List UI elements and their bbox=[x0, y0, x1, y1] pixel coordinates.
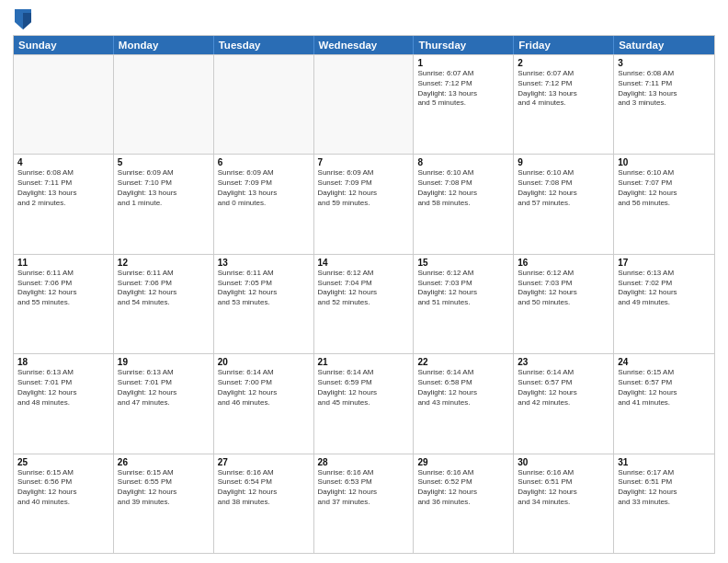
cal-header-thursday: Thursday bbox=[414, 36, 514, 54]
day-info: Sunrise: 6:17 AM Sunset: 6:51 PM Dayligh… bbox=[618, 468, 711, 508]
day-number: 18 bbox=[17, 357, 109, 367]
cal-cell: 19Sunrise: 6:13 AM Sunset: 7:01 PM Dayli… bbox=[114, 354, 214, 453]
cal-cell: 20Sunrise: 6:14 AM Sunset: 7:00 PM Dayli… bbox=[214, 354, 314, 453]
page: SundayMondayTuesdayWednesdayThursdayFrid… bbox=[0, 0, 728, 563]
cal-cell: 9Sunrise: 6:10 AM Sunset: 7:08 PM Daylig… bbox=[514, 155, 614, 253]
day-info: Sunrise: 6:14 AM Sunset: 6:58 PM Dayligh… bbox=[417, 368, 509, 408]
day-info: Sunrise: 6:14 AM Sunset: 6:57 PM Dayligh… bbox=[518, 368, 609, 408]
cal-cell: 24Sunrise: 6:15 AM Sunset: 6:57 PM Dayli… bbox=[614, 354, 714, 453]
calendar-header: SundayMondayTuesdayWednesdayThursdayFrid… bbox=[14, 36, 714, 54]
day-number: 11 bbox=[17, 258, 109, 268]
day-number: 23 bbox=[518, 357, 609, 367]
day-info: Sunrise: 6:14 AM Sunset: 7:00 PM Dayligh… bbox=[218, 368, 310, 408]
day-number: 28 bbox=[318, 457, 410, 467]
day-info: Sunrise: 6:08 AM Sunset: 7:11 PM Dayligh… bbox=[17, 168, 109, 208]
day-number: 12 bbox=[118, 258, 210, 268]
day-info: Sunrise: 6:11 AM Sunset: 7:06 PM Dayligh… bbox=[118, 269, 210, 308]
day-info: Sunrise: 6:09 AM Sunset: 7:10 PM Dayligh… bbox=[118, 168, 210, 208]
day-number: 8 bbox=[417, 157, 509, 167]
day-number: 24 bbox=[618, 357, 711, 367]
day-number: 17 bbox=[618, 258, 711, 268]
day-number: 19 bbox=[118, 357, 210, 367]
day-number: 16 bbox=[518, 258, 609, 268]
day-number: 6 bbox=[218, 157, 310, 167]
day-info: Sunrise: 6:16 AM Sunset: 6:51 PM Dayligh… bbox=[518, 468, 609, 508]
day-number: 20 bbox=[218, 357, 310, 367]
day-info: Sunrise: 6:16 AM Sunset: 6:54 PM Dayligh… bbox=[218, 468, 310, 508]
day-number: 3 bbox=[618, 58, 711, 68]
cal-cell: 23Sunrise: 6:14 AM Sunset: 6:57 PM Dayli… bbox=[514, 354, 614, 453]
cal-cell: 13Sunrise: 6:11 AM Sunset: 7:05 PM Dayli… bbox=[214, 255, 314, 353]
cal-cell bbox=[214, 55, 314, 154]
day-number: 5 bbox=[118, 157, 210, 167]
cal-cell: 31Sunrise: 6:17 AM Sunset: 6:51 PM Dayli… bbox=[614, 454, 714, 553]
day-info: Sunrise: 6:07 AM Sunset: 7:12 PM Dayligh… bbox=[518, 69, 609, 109]
cal-row-1: 1Sunrise: 6:07 AM Sunset: 7:12 PM Daylig… bbox=[14, 54, 714, 154]
day-number: 31 bbox=[618, 457, 711, 467]
cal-header-tuesday: Tuesday bbox=[214, 36, 314, 54]
day-info: Sunrise: 6:13 AM Sunset: 7:02 PM Dayligh… bbox=[618, 269, 711, 308]
day-info: Sunrise: 6:15 AM Sunset: 6:55 PM Dayligh… bbox=[118, 468, 210, 508]
day-number: 14 bbox=[318, 258, 410, 268]
cal-cell: 14Sunrise: 6:12 AM Sunset: 7:04 PM Dayli… bbox=[314, 255, 415, 353]
cal-cell: 16Sunrise: 6:12 AM Sunset: 7:03 PM Dayli… bbox=[514, 255, 614, 353]
day-number: 15 bbox=[417, 258, 509, 268]
day-number: 26 bbox=[118, 457, 210, 467]
cal-cell: 10Sunrise: 6:10 AM Sunset: 7:07 PM Dayli… bbox=[614, 155, 714, 253]
day-info: Sunrise: 6:12 AM Sunset: 7:03 PM Dayligh… bbox=[518, 269, 609, 308]
cal-cell: 12Sunrise: 6:11 AM Sunset: 7:06 PM Dayli… bbox=[114, 255, 214, 353]
day-info: Sunrise: 6:10 AM Sunset: 7:08 PM Dayligh… bbox=[518, 168, 609, 208]
day-number: 21 bbox=[318, 357, 410, 367]
calendar-body: 1Sunrise: 6:07 AM Sunset: 7:12 PM Daylig… bbox=[14, 54, 714, 553]
cal-row-3: 11Sunrise: 6:11 AM Sunset: 7:06 PM Dayli… bbox=[14, 254, 714, 353]
logo bbox=[13, 9, 33, 29]
cal-cell: 26Sunrise: 6:15 AM Sunset: 6:55 PM Dayli… bbox=[114, 454, 214, 553]
cal-row-5: 25Sunrise: 6:15 AM Sunset: 6:56 PM Dayli… bbox=[14, 454, 714, 553]
day-number: 7 bbox=[318, 157, 410, 167]
cal-header-friday: Friday bbox=[514, 36, 614, 54]
cal-cell bbox=[314, 55, 415, 154]
day-info: Sunrise: 6:07 AM Sunset: 7:12 PM Dayligh… bbox=[417, 69, 509, 109]
cal-cell: 8Sunrise: 6:10 AM Sunset: 7:08 PM Daylig… bbox=[414, 155, 514, 253]
cal-row-2: 4Sunrise: 6:08 AM Sunset: 7:11 PM Daylig… bbox=[14, 154, 714, 253]
day-number: 25 bbox=[17, 457, 109, 467]
day-info: Sunrise: 6:16 AM Sunset: 6:52 PM Dayligh… bbox=[417, 468, 509, 508]
day-info: Sunrise: 6:15 AM Sunset: 6:57 PM Dayligh… bbox=[618, 368, 711, 408]
logo-icon bbox=[15, 9, 31, 29]
cal-header-sunday: Sunday bbox=[14, 36, 114, 54]
day-info: Sunrise: 6:10 AM Sunset: 7:08 PM Dayligh… bbox=[417, 168, 509, 208]
cal-cell: 21Sunrise: 6:14 AM Sunset: 6:59 PM Dayli… bbox=[314, 354, 415, 453]
day-number: 27 bbox=[218, 457, 310, 467]
day-info: Sunrise: 6:13 AM Sunset: 7:01 PM Dayligh… bbox=[118, 368, 210, 408]
cal-cell: 5Sunrise: 6:09 AM Sunset: 7:10 PM Daylig… bbox=[114, 155, 214, 253]
cal-cell: 4Sunrise: 6:08 AM Sunset: 7:11 PM Daylig… bbox=[14, 155, 114, 253]
day-number: 22 bbox=[417, 357, 509, 367]
cal-header-wednesday: Wednesday bbox=[314, 36, 415, 54]
day-info: Sunrise: 6:11 AM Sunset: 7:05 PM Dayligh… bbox=[218, 269, 310, 308]
header bbox=[13, 9, 715, 29]
cal-cell: 15Sunrise: 6:12 AM Sunset: 7:03 PM Dayli… bbox=[414, 255, 514, 353]
cal-cell: 30Sunrise: 6:16 AM Sunset: 6:51 PM Dayli… bbox=[514, 454, 614, 553]
cal-cell: 6Sunrise: 6:09 AM Sunset: 7:09 PM Daylig… bbox=[214, 155, 314, 253]
cal-cell: 18Sunrise: 6:13 AM Sunset: 7:01 PM Dayli… bbox=[14, 354, 114, 453]
day-info: Sunrise: 6:10 AM Sunset: 7:07 PM Dayligh… bbox=[618, 168, 711, 208]
cal-cell: 25Sunrise: 6:15 AM Sunset: 6:56 PM Dayli… bbox=[14, 454, 114, 553]
cal-header-saturday: Saturday bbox=[614, 36, 714, 54]
cal-cell bbox=[14, 55, 114, 154]
day-info: Sunrise: 6:13 AM Sunset: 7:01 PM Dayligh… bbox=[17, 368, 109, 408]
cal-cell: 7Sunrise: 6:09 AM Sunset: 7:09 PM Daylig… bbox=[314, 155, 415, 253]
day-number: 2 bbox=[518, 58, 609, 68]
cal-cell bbox=[114, 55, 214, 154]
cal-cell: 11Sunrise: 6:11 AM Sunset: 7:06 PM Dayli… bbox=[14, 255, 114, 353]
cal-row-4: 18Sunrise: 6:13 AM Sunset: 7:01 PM Dayli… bbox=[14, 353, 714, 453]
calendar: SundayMondayTuesdayWednesdayThursdayFrid… bbox=[13, 35, 715, 554]
day-info: Sunrise: 6:09 AM Sunset: 7:09 PM Dayligh… bbox=[318, 168, 410, 208]
cal-cell: 29Sunrise: 6:16 AM Sunset: 6:52 PM Dayli… bbox=[414, 454, 514, 553]
day-number: 4 bbox=[17, 157, 109, 167]
cal-header-monday: Monday bbox=[114, 36, 214, 54]
day-info: Sunrise: 6:09 AM Sunset: 7:09 PM Dayligh… bbox=[218, 168, 310, 208]
day-number: 1 bbox=[417, 58, 509, 68]
cal-cell: 3Sunrise: 6:08 AM Sunset: 7:11 PM Daylig… bbox=[614, 55, 714, 154]
day-info: Sunrise: 6:12 AM Sunset: 7:04 PM Dayligh… bbox=[318, 269, 410, 308]
day-number: 10 bbox=[618, 157, 711, 167]
